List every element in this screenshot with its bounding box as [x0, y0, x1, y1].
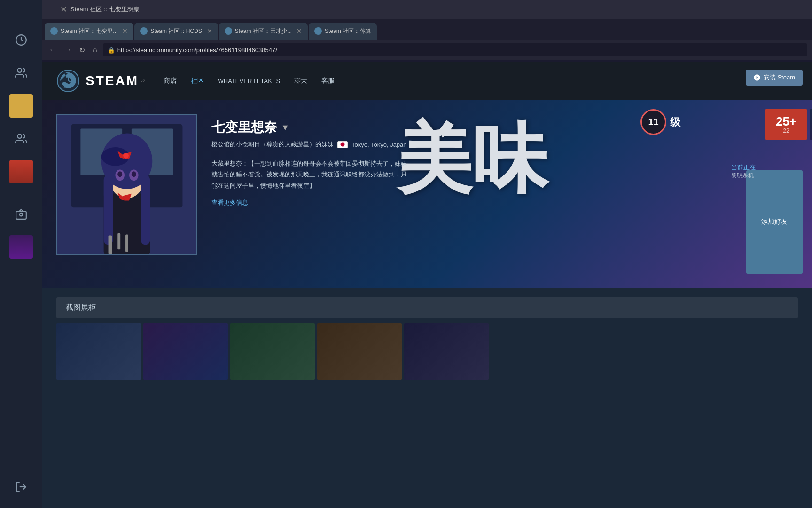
badge-sub: 22 [783, 127, 789, 134]
nav-whatever[interactable]: WHATEVER IT TAKES [218, 78, 281, 85]
tab-steam-icon-2 [140, 27, 148, 35]
japan-flag-icon [337, 141, 348, 148]
screenshots-grid [56, 323, 798, 380]
svg-rect-29 [125, 235, 128, 252]
svg-point-20 [117, 171, 122, 177]
svg-point-21 [132, 171, 136, 177]
nav-community[interactable]: 社区 [191, 77, 204, 85]
steam-logo[interactable]: STEAM ® [56, 69, 145, 93]
screenshot-5[interactable] [404, 323, 489, 380]
install-steam-label: 安装 Steam [764, 73, 795, 82]
screenshot-3[interactable] [230, 323, 315, 380]
main-content: STEAM ® 商店 社区 WHATEVER IT TAKES 聊天 客服 美味… [42, 62, 812, 508]
profile-subtitle: 樱公馆的小仓朝日（尊贵的大藏游星）的妹妹 Tokyo, Tokyo, Japan [211, 140, 798, 149]
svg-rect-28 [117, 233, 120, 250]
install-icon [753, 74, 761, 81]
steam-header: STEAM ® 商店 社区 WHATEVER IT TAKES 聊天 客服 [42, 62, 812, 100]
url-bar[interactable]: 🔒 https://steamcommunity.com/profiles/76… [103, 43, 807, 56]
view-more-link[interactable]: 查看更多信息 [211, 199, 248, 206]
tab-title-3: Steam 社区 :: 天才少... [235, 27, 292, 35]
nav-store[interactable]: 商店 [164, 77, 177, 85]
tab-steam-icon-3 [225, 27, 232, 35]
profile-bio: 大藏里想奈：【一想到血脉相连的哥哥会不会被带回晏彻斯持去了，妹妹 就害怕的睡不着… [211, 158, 493, 191]
back-button[interactable]: ← [47, 44, 58, 56]
badge-count: 25+ [776, 115, 796, 127]
steam-navigation: 商店 社区 WHATEVER IT TAKES 聊天 客服 [164, 77, 798, 85]
profile-name-container: 七变里想奈 ▼ [211, 119, 798, 136]
tab-3[interactable]: Steam 社区 :: 天才少... ✕ [219, 23, 308, 40]
profile-content: 七变里想奈 ▼ 樱公馆的小仓朝日（尊贵的大藏游星）的妹妹 Tokyo, Toky… [42, 100, 812, 269]
svg-rect-27 [109, 236, 112, 254]
screenshot-2[interactable] [143, 323, 228, 380]
profile-relation: 樱公馆的小仓朝日（尊贵的大藏游星）的妹妹 [211, 140, 334, 149]
tab-steam-icon-4 [314, 27, 322, 35]
profile-dropdown-arrow[interactable]: ▼ [281, 123, 289, 133]
tab-bar: Steam 社区 :: 七变里... ✕ Steam 社区 :: HCDS ✕ … [42, 19, 812, 40]
install-steam-button[interactable]: 安装 Steam [746, 70, 803, 86]
tab-title-1: Steam 社区 :: 七变里... [61, 27, 117, 35]
browser-chrome: ✕ Steam 社区 :: 七变里想奈 Steam 社区 :: 七变里... ✕… [42, 0, 812, 60]
bio-line-1: 大藏里想奈：【一想到血脉相连的哥哥会不会被带回晏彻斯持去了，妹妹 [211, 158, 493, 169]
profile-background: 美味 11 级 25+ 22 [42, 100, 812, 288]
profile-location: Tokyo, Tokyo, Japan [351, 141, 407, 148]
tab-1[interactable]: Steam 社区 :: 七变里... ✕ [45, 23, 133, 40]
svg-rect-16 [141, 175, 150, 245]
currently-playing-label: 当前正在 [731, 163, 756, 172]
nav-chat[interactable]: 聊天 [294, 77, 307, 85]
sidebar-icon-camera[interactable] [9, 202, 33, 226]
svg-point-2 [17, 134, 22, 138]
tab-2[interactable]: Steam 社区 :: HCDS ✕ [134, 23, 218, 40]
sidebar-avatar-2[interactable] [9, 160, 33, 183]
left-sidebar [0, 0, 42, 508]
bio-line-2: 就害怕的睡不着觉。被发现的那天晚上，我连通讯联络都没办法做到，只 [211, 169, 493, 180]
nav-support[interactable]: 客服 [321, 77, 335, 85]
tab-4[interactable]: Steam 社区 :: 你算 [309, 23, 377, 40]
anime-character-svg [57, 114, 196, 255]
address-bar: ← → ↻ ⌂ 🔒 https://steamcommunity.com/pro… [42, 40, 812, 60]
screenshots-header: 截图展柜 [56, 297, 798, 318]
bio-line-3: 能在这间屋子里，懊悔地仰里看夜空】 [211, 180, 493, 191]
window-close-button[interactable]: ✕ [60, 4, 67, 15]
steam-trademark: ® [141, 78, 144, 83]
tab-title-2: Steam 社区 :: HCDS [150, 27, 202, 35]
profile-info: 七变里想奈 ▼ 樱公馆的小仓朝日（尊贵的大藏游星）的妹妹 Tokyo, Toky… [211, 114, 798, 207]
sidebar-icon-group[interactable] [9, 127, 33, 151]
sidebar-icon-bottom[interactable] [9, 475, 33, 499]
title-bar: ✕ Steam 社区 :: 七变里想奈 [42, 0, 812, 19]
screenshots-section: 截图展柜 [42, 288, 812, 389]
avatar-image [57, 115, 196, 254]
screenshot-4[interactable] [317, 323, 402, 380]
svg-point-24 [123, 153, 129, 159]
url-text: https://steamcommunity.com/profiles/7656… [117, 47, 277, 54]
home-button[interactable]: ⌂ [91, 44, 99, 56]
steam-logo-text: STEAM [86, 73, 139, 88]
svg-point-1 [17, 68, 22, 72]
sidebar-icon-friends[interactable] [9, 61, 33, 85]
screenshot-1[interactable] [56, 323, 141, 380]
forward-button[interactable]: → [62, 44, 73, 56]
tab-title-4: Steam 社区 :: 你算 [325, 27, 371, 35]
svg-rect-15 [104, 175, 113, 245]
steam-logo-icon [56, 69, 80, 93]
tab-close-1[interactable]: ✕ [122, 27, 128, 35]
sidebar-avatar-1[interactable] [9, 94, 33, 118]
svg-point-4 [20, 213, 23, 216]
tab-close-2[interactable]: ✕ [207, 27, 212, 35]
tab-close-3[interactable]: ✕ [297, 27, 302, 35]
tab-steam-icon-1 [50, 27, 58, 35]
lock-icon: 🔒 [108, 47, 115, 54]
currently-playing-game: 黎明杀机 [731, 172, 756, 180]
sidebar-avatar-3[interactable] [9, 235, 33, 259]
profile-avatar [56, 114, 197, 255]
sidebar-icon-clock[interactable] [9, 28, 33, 52]
profile-username: 七变里想奈 [211, 119, 277, 136]
refresh-button[interactable]: ↻ [77, 44, 87, 56]
